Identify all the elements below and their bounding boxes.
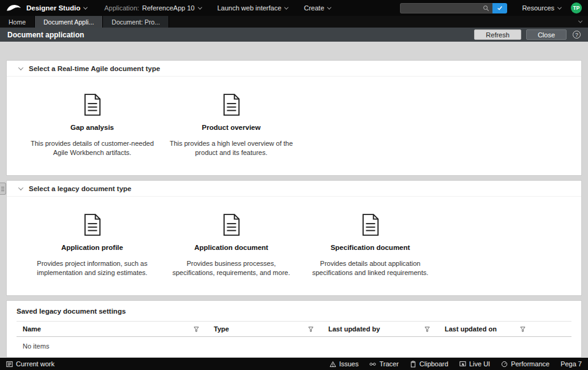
column-label: Last updated on xyxy=(445,325,497,333)
agile-cards-row: Gap analysis This provides details of cu… xyxy=(7,77,581,175)
filter-icon xyxy=(194,327,199,332)
column-header-type[interactable]: Type xyxy=(208,322,322,336)
left-panel-handle[interactable] xyxy=(0,183,6,195)
current-work-label: Current work xyxy=(16,360,55,368)
brand-label: Designer Studio xyxy=(26,4,80,12)
legacy-section-header[interactable]: Select a legacy document type xyxy=(7,181,581,197)
clipboard-label: Clipboard xyxy=(420,360,448,368)
doc-type-card-application-document[interactable]: Application document Provides business p… xyxy=(162,214,301,277)
card-description: This provides details of customer-needed… xyxy=(23,139,162,157)
status-bar: Current work Issues Tracer xyxy=(0,358,588,370)
tracer-icon xyxy=(369,361,376,368)
card-description: Provides project information, such as im… xyxy=(23,259,162,277)
current-work-button[interactable]: Current work xyxy=(6,360,55,368)
live-ui-button[interactable]: Live UI xyxy=(459,360,490,368)
current-work-icon xyxy=(6,361,13,368)
card-title: Product overview xyxy=(202,124,261,131)
empty-table-message: No items xyxy=(7,337,581,357)
top-bar: Designer Studio Application: ReferenceAp… xyxy=(0,0,588,16)
section-title: Select a legacy document type xyxy=(29,185,131,192)
tab-home[interactable]: Home xyxy=(0,16,35,28)
main-content: Select a Real-time Agile document type G… xyxy=(0,42,588,358)
document-icon xyxy=(361,214,380,236)
chevron-down-icon xyxy=(578,19,582,23)
search-input[interactable] xyxy=(400,3,480,13)
card-title: Application document xyxy=(194,244,268,251)
app-root: Designer Studio Application: ReferenceAp… xyxy=(0,0,588,370)
designer-studio-menu[interactable]: Designer Studio xyxy=(26,4,87,12)
resources-menu[interactable]: Resources xyxy=(522,4,561,12)
tab-label: Document: Pro... xyxy=(111,18,160,26)
clipboard-button[interactable]: Clipboard xyxy=(410,360,448,368)
card-description: This provides a high level overview of t… xyxy=(162,139,301,157)
legacy-section-panel: Select a legacy document type Applicatio… xyxy=(6,180,582,296)
agile-section-header[interactable]: Select a Real-time Agile document type xyxy=(7,61,581,77)
column-label: Last updated by xyxy=(328,325,380,333)
section-title: Select a Real-time Agile document type xyxy=(29,65,160,72)
help-icon[interactable]: ? xyxy=(573,31,581,39)
search-submit-button[interactable] xyxy=(492,3,507,13)
performance-button[interactable]: Performance xyxy=(501,360,549,368)
chevron-down-icon xyxy=(18,65,23,70)
agile-section-panel: Select a Real-time Agile document type G… xyxy=(6,60,582,176)
chevron-down-icon xyxy=(18,185,23,190)
pega-logo-icon[interactable] xyxy=(6,4,21,12)
pega-version-label: Pega 7 xyxy=(560,360,582,368)
pega-logo-glyph xyxy=(6,4,21,12)
close-button[interactable]: Close xyxy=(526,29,567,40)
performance-label: Performance xyxy=(511,360,549,368)
application-label: Application: xyxy=(104,4,139,12)
chevron-down-icon xyxy=(284,5,288,9)
search-icon xyxy=(480,3,492,13)
column-header-last-updated-on[interactable]: Last updated on xyxy=(439,322,534,336)
issues-button[interactable]: Issues xyxy=(330,360,359,368)
warning-icon xyxy=(330,361,336,368)
status-bar-tools: Issues Tracer Clipboard xyxy=(330,360,582,368)
doc-type-card-application-profile[interactable]: Application profile Provides project inf… xyxy=(23,214,162,277)
page-title: Document application xyxy=(7,31,474,39)
doc-type-card-gap-analysis[interactable]: Gap analysis This provides details of cu… xyxy=(23,94,162,157)
create-label: Create xyxy=(304,4,324,12)
tracer-button[interactable]: Tracer xyxy=(369,360,398,368)
card-title: Application profile xyxy=(61,244,123,251)
legacy-cards-row: Application profile Provides project inf… xyxy=(7,197,581,295)
doc-type-card-product-overview[interactable]: Product overview This provides a high le… xyxy=(162,94,301,157)
tab-overflow-chevron[interactable] xyxy=(573,16,588,28)
card-title: Gap analysis xyxy=(70,124,114,131)
column-header-name[interactable]: Name xyxy=(17,322,208,336)
avatar[interactable]: TP xyxy=(571,2,582,13)
column-label: Type xyxy=(214,325,229,333)
filter-icon xyxy=(424,327,430,332)
tab-document-product[interactable]: Document: Pro... xyxy=(103,16,169,28)
tab-label: Document Appli... xyxy=(43,18,94,26)
refresh-button[interactable]: Refresh xyxy=(474,29,521,40)
check-icon xyxy=(497,5,503,11)
issues-label: Issues xyxy=(339,360,359,368)
resources-label: Resources xyxy=(522,4,554,12)
document-icon xyxy=(222,94,241,116)
application-menu[interactable]: Application: ReferenceApp 10 xyxy=(104,4,202,12)
document-icon xyxy=(222,214,241,236)
chevron-down-icon xyxy=(327,5,331,9)
tab-document-application[interactable]: Document Appli... xyxy=(35,16,103,28)
create-menu[interactable]: Create xyxy=(304,4,331,12)
launch-web-interface-menu[interactable]: Launch web interface xyxy=(217,4,288,12)
chevron-down-icon xyxy=(557,5,562,9)
page-header: Document application Refresh Close ? xyxy=(0,28,588,42)
filter-icon xyxy=(308,327,314,332)
performance-icon xyxy=(501,361,508,368)
saved-settings-panel: Saved legacy document settings Name Type… xyxy=(6,300,582,358)
live-ui-label: Live UI xyxy=(469,360,490,368)
tab-label: Home xyxy=(9,18,26,26)
application-value: ReferenceApp 10 xyxy=(142,4,195,12)
card-description: Provides business processes, specificati… xyxy=(162,259,301,277)
saved-settings-title: Saved legacy document settings xyxy=(7,301,581,321)
tracer-label: Tracer xyxy=(379,360,398,368)
column-header-last-updated-by[interactable]: Last updated by xyxy=(322,322,439,336)
doc-type-card-specification-document[interactable]: Specification document Provides details … xyxy=(301,214,440,277)
search-bar xyxy=(400,3,507,13)
table-header-row: Name Type Last updated by Last updated o… xyxy=(17,321,571,337)
card-description: Provides details about application speci… xyxy=(301,259,440,277)
clipboard-icon xyxy=(410,361,417,368)
document-icon xyxy=(83,214,102,236)
